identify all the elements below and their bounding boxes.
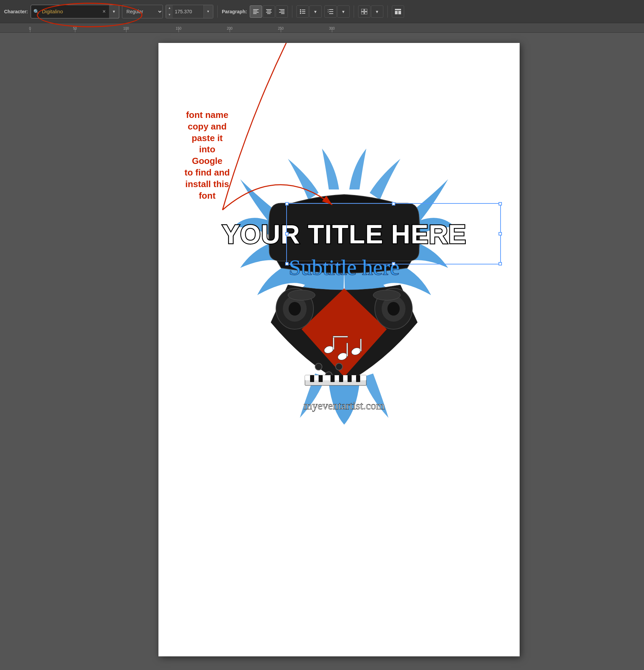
svg-marker-22: [328, 11, 329, 12]
svg-rect-11: [281, 13, 284, 14]
svg-rect-5: [267, 11, 271, 11]
size-spinners: ▲ ▼: [166, 5, 173, 18]
design-subtitle-text: Subtitle here: [289, 255, 399, 279]
bullet-dropdown-button[interactable]: ▾: [309, 5, 322, 18]
svg-rect-19: [329, 11, 333, 12]
handle-top-right[interactable]: [498, 202, 502, 205]
line-spacing-button[interactable]: [324, 5, 337, 18]
svg-rect-1: [253, 11, 257, 11]
canvas-area: font name copy and paste it into Google …: [0, 33, 644, 670]
size-up-button[interactable]: ▲: [166, 5, 173, 12]
design-url-text: myeventartist.com: [304, 399, 384, 412]
svg-rect-8: [279, 9, 284, 10]
svg-rect-25: [361, 12, 364, 14]
svg-rect-28: [395, 11, 398, 14]
ruler: 0 50 100 150 200 250 300: [0, 23, 644, 33]
ruler-marks: 0 50 100 150 200 250 300: [0, 23, 644, 32]
page: font name copy and paste it into Google …: [159, 43, 520, 656]
svg-point-12: [300, 9, 301, 11]
layout-panel-button[interactable]: [392, 5, 404, 18]
svg-point-14: [300, 11, 301, 12]
svg-rect-46: [356, 375, 360, 382]
size-down-button[interactable]: ▼: [166, 12, 173, 18]
svg-rect-15: [302, 11, 305, 12]
align-right-icon: [279, 9, 284, 14]
dot-1: [315, 363, 322, 370]
svg-rect-3: [253, 13, 257, 14]
font-size-input[interactable]: [173, 5, 203, 18]
handle-bottom-right[interactable]: [498, 262, 502, 266]
svg-rect-27: [395, 9, 401, 10]
svg-rect-20: [329, 13, 333, 14]
font-size-container: ▲ ▼ ▾: [165, 5, 213, 18]
align-left-button[interactable]: [250, 5, 262, 18]
svg-rect-9: [280, 11, 284, 11]
svg-rect-23: [361, 9, 364, 11]
turntable-right: [373, 290, 400, 300]
svg-rect-7: [267, 13, 270, 14]
separator-3: [354, 5, 354, 18]
handle-middle-right[interactable]: [498, 232, 502, 236]
design-title-text: YOUR TITLE HERE: [222, 219, 466, 249]
svg-rect-36: [333, 336, 348, 337]
svg-rect-42: [319, 375, 323, 382]
list-group: ▾: [296, 5, 322, 18]
line-spacing-dropdown-button[interactable]: ▾: [337, 5, 350, 18]
line-spacing-icon: [328, 9, 333, 14]
clear-font-button[interactable]: ×: [101, 8, 107, 15]
align-center-icon: [266, 9, 271, 14]
separator-1: [217, 5, 218, 18]
bullet-list-button[interactable]: [296, 5, 309, 18]
ruler-label-0: 0: [29, 27, 31, 30]
design-svg: YOUR TITLE HERE Subtitle here: [213, 118, 475, 425]
speaker-left-cone: [289, 302, 301, 316]
turntable-left: [288, 290, 315, 300]
svg-rect-38: [360, 339, 362, 351]
svg-rect-10: [279, 12, 284, 13]
svg-rect-6: [266, 12, 271, 13]
align-right-button[interactable]: [276, 5, 288, 18]
svg-rect-18: [329, 9, 333, 10]
character-label: Character:: [4, 9, 28, 14]
svg-rect-44: [339, 375, 343, 382]
align-center-button[interactable]: [263, 5, 275, 18]
svg-point-16: [300, 13, 301, 14]
svg-rect-43: [331, 375, 335, 382]
font-dropdown-button[interactable]: ▾: [109, 5, 119, 18]
speaker-right-cone: [387, 302, 400, 316]
svg-rect-35: [347, 343, 348, 357]
separator-2: [292, 5, 292, 18]
line-spacing-group: ▾: [324, 5, 350, 18]
toolbar: Character: 🔍 × ▾ Regular ▲ ▼ ▾ Paragraph…: [0, 0, 644, 23]
layout-icon: [395, 9, 401, 14]
dot-3: [336, 363, 343, 370]
panel-group: ▾: [358, 5, 383, 18]
svg-rect-29: [398, 11, 401, 14]
svg-rect-0: [253, 9, 259, 10]
svg-marker-21: [328, 9, 329, 10]
ruler-label-250: 250: [278, 27, 284, 30]
font-style-select[interactable]: Regular: [122, 5, 163, 18]
bullet-list-icon: [300, 9, 305, 14]
panel-button[interactable]: [358, 5, 371, 18]
design-container[interactable]: YOUR TITLE HERE Subtitle here: [213, 118, 475, 425]
alignment-group: [250, 5, 288, 18]
paragraph-label: Paragraph:: [222, 9, 247, 14]
svg-rect-13: [302, 10, 305, 10]
svg-rect-26: [365, 12, 367, 14]
align-left-icon: [253, 9, 259, 14]
keyboard-decoration: [305, 375, 366, 386]
svg-rect-2: [253, 12, 259, 13]
svg-rect-17: [302, 13, 305, 14]
ruler-label-50: 50: [73, 27, 77, 30]
ruler-label-100: 100: [123, 27, 129, 30]
panel-icon: [361, 9, 367, 14]
ruler-label-300: 300: [329, 27, 335, 30]
size-dropdown-button[interactable]: ▾: [203, 5, 213, 18]
font-search-container: 🔍 × ▾: [31, 5, 119, 18]
ruler-label-200: 200: [227, 27, 233, 30]
svg-rect-33: [333, 336, 334, 350]
panel-dropdown-button[interactable]: ▾: [371, 5, 383, 18]
separator-4: [387, 5, 388, 18]
svg-rect-45: [348, 375, 352, 382]
